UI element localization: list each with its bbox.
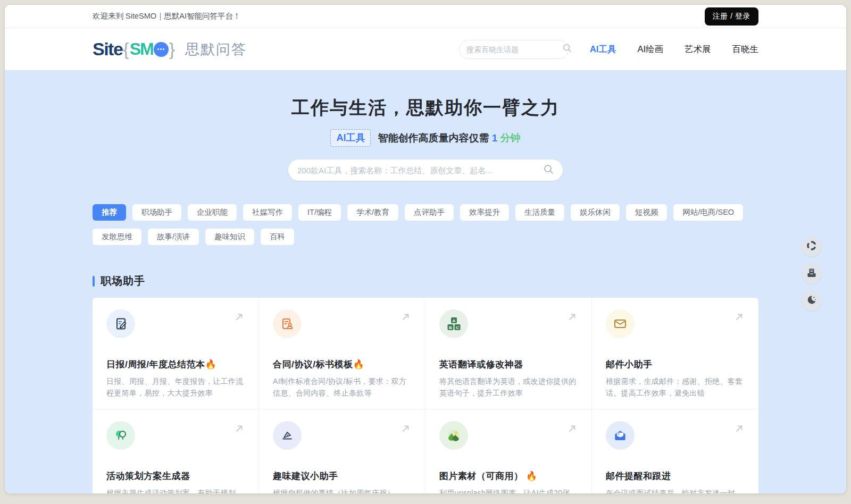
tool-search-input[interactable]	[297, 166, 544, 175]
topic-search[interactable]	[459, 40, 569, 59]
hero-section: 工作与生活，思默助你一臂之力 AI工具 智能创作高质量内容仅需 1 分钟 推荐 …	[5, 70, 846, 494]
section-header: 职场助手	[93, 274, 758, 288]
svg-text:C: C	[456, 325, 459, 330]
card-description: 根据您想做的事情（比如周年庆祝），	[273, 488, 411, 494]
tool-search-bar[interactable]	[288, 159, 563, 181]
nav-ai-tools[interactable]: AI工具	[590, 44, 616, 55]
card-description: 在会议或面试结束后，给对方发送一封	[606, 488, 745, 494]
filter-it-coding[interactable]: IT/编程	[298, 204, 341, 221]
filter-web-ecommerce-seo[interactable]: 网站/电商/SEO	[673, 204, 743, 221]
hero-title: 工作与生活，思默助你一臂之力	[5, 70, 846, 120]
header-right-group: AI工具 AI绘画 艺术展 百晓生	[459, 40, 758, 59]
moon-stars-icon	[806, 295, 817, 307]
card-title: 趣味建议小助手	[273, 470, 411, 482]
logo-brace-open: {	[123, 39, 129, 60]
card-title: 邮件小助手	[606, 358, 745, 371]
filter-review[interactable]: 点评助手	[405, 204, 454, 221]
svg-text:B: B	[449, 325, 452, 330]
subtitle-unit: 分钟	[500, 132, 521, 144]
search-icon	[563, 44, 572, 55]
ai-tools-badge[interactable]: AI工具	[330, 129, 371, 147]
open-arrow-icon[interactable]	[734, 312, 745, 324]
filter-short-video[interactable]: 短视频	[626, 204, 668, 221]
nav-baixiaosheng[interactable]: 百晓生	[732, 44, 759, 55]
filter-enterprise[interactable]: 企业职能	[188, 204, 237, 221]
tool-card-contract-template[interactable]: 合同/协议/标书模板🔥 AI制作标准合同/协议/标书，要求：双方信息、合同内容、…	[259, 298, 426, 409]
top-utility-bar: 欢迎来到 SiteSMO｜思默AI智能问答平台！ 注册 / 登录	[5, 5, 846, 28]
section-accent-bar	[93, 276, 95, 287]
card-title: 日报/周报/年度总结范本🔥	[106, 358, 245, 371]
filter-entertainment[interactable]: 娱乐休闲	[571, 204, 620, 221]
open-arrow-icon[interactable]	[401, 423, 411, 436]
filter-life-quality[interactable]: 生活质量	[515, 204, 564, 221]
tool-card-event-planner[interactable]: 活动策划方案生成器 根据主题生成活动策划案，有助于规划	[93, 409, 259, 494]
filter-academic[interactable]: 学术/教育	[347, 204, 398, 221]
search-icon[interactable]	[544, 164, 554, 177]
card-description: 根据需求，生成邮件：感谢、拒绝、客套话。提高工作效率，避免出错	[606, 376, 745, 399]
tool-card-daily-report[interactable]: 日报/周报/年度总结范本🔥 日报、周报、月报、年度报告，让工作流程更简单，易控，…	[93, 298, 259, 409]
card-description: 将其他语言翻译为英语，或改进你提供的英语句子，提升工作效率	[439, 376, 578, 399]
open-arrow-icon[interactable]	[734, 423, 745, 436]
chat-bubble-icon	[154, 42, 169, 57]
browser-window: 欢迎来到 SiteSMO｜思默AI智能问答平台！ 注册 / 登录 Site { …	[4, 4, 847, 494]
abc-blocks-icon: A B C	[439, 309, 468, 338]
card-description: 日报、周报、月报、年度报告，让工作流程更简单，易控，大大提升效率	[106, 376, 245, 399]
tool-card-fun-advice[interactable]: 趣味建议小助手 根据您想做的事情（比如周年庆祝），	[259, 409, 426, 494]
tool-card-grid: 日报/周报/年度总结范本🔥 日报、周报、月报、年度报告，让工作流程更简单，易控，…	[93, 298, 758, 494]
hero-subtitle: AI工具 智能创作高质量内容仅需 1 分钟	[5, 129, 846, 147]
subtitle-number: 1	[492, 132, 498, 144]
pen-icon	[273, 421, 302, 450]
card-title: 合同/协议/标书模板🔥	[273, 358, 411, 371]
open-arrow-icon[interactable]	[567, 423, 578, 436]
site-logo[interactable]: Site { SM } 思默问答	[93, 39, 247, 60]
card-description: AI制作标准合同/协议/标书，要求：双方信息、合同内容、终止条款等	[273, 376, 411, 399]
filter-row-1: 推荐 职场助手 企业职能 社媒写作 IT/编程 学术/教育 点评助手 效率提升 …	[93, 204, 758, 221]
tool-card-email-followup[interactable]: 邮件提醒和跟进 在会议或面试结束后，给对方发送一封	[592, 409, 758, 494]
filter-efficiency[interactable]: 效率提升	[460, 204, 509, 221]
refresh-button[interactable]	[802, 237, 822, 257]
topic-search-input[interactable]	[466, 45, 563, 54]
category-filters: 推荐 职场助手 企业职能 社媒写作 IT/编程 学术/教育 点评助手 效率提升 …	[93, 204, 758, 245]
dark-mode-button[interactable]	[802, 291, 822, 311]
balloons-icon	[106, 421, 135, 450]
card-description: 利用unsplash网络图库，让AI生成20张	[439, 488, 578, 494]
logo-site-text: Site	[93, 39, 122, 60]
open-arrow-icon[interactable]	[234, 312, 245, 324]
refresh-icon	[806, 240, 817, 254]
inbox-icon	[806, 267, 817, 280]
report-edit-icon	[106, 309, 135, 338]
logo-sm-text: SM	[130, 39, 153, 59]
welcome-text: 欢迎来到 SiteSMO｜思默AI智能问答平台！	[93, 11, 240, 21]
tool-card-image-material[interactable]: 图片素材（可商用） 🔥 利用unsplash网络图库，让AI生成20张	[426, 409, 592, 494]
contract-icon	[273, 309, 302, 338]
filter-social-writing[interactable]: 社媒写作	[243, 204, 292, 221]
tool-card-email-helper[interactable]: 邮件小助手 根据需求，生成邮件：感谢、拒绝、客套话。提高工作效率，避免出错	[592, 298, 758, 409]
filter-row-2: 发散思维 故事/演讲 趣味知识 百科	[93, 229, 758, 245]
card-title: 邮件提醒和跟进	[606, 470, 745, 482]
tool-card-english-translate[interactable]: A B C 英语翻译或修改神器 将其他语言翻译为英语，或改进你提供的英语句子，提…	[426, 298, 592, 409]
envelope-icon	[606, 309, 635, 338]
card-title: 活动策划方案生成器	[106, 470, 245, 482]
floating-action-buttons	[802, 237, 822, 311]
section-title: 职场助手	[101, 274, 145, 288]
logo-brace-close: }	[169, 39, 175, 60]
register-login-button[interactable]: 注册 / 登录	[705, 7, 758, 26]
nav-ai-painting[interactable]: AI绘画	[637, 44, 663, 55]
open-arrow-icon[interactable]	[567, 312, 578, 324]
logo-chinese-name: 思默问答	[185, 40, 247, 59]
filter-story-speech[interactable]: 故事/演讲	[148, 229, 199, 245]
card-title: 图片素材（可商用） 🔥	[439, 470, 578, 482]
filter-recommended[interactable]: 推荐	[93, 204, 126, 221]
open-arrow-icon[interactable]	[234, 423, 245, 436]
filter-divergent-thinking[interactable]: 发散思维	[93, 229, 141, 245]
open-arrow-icon[interactable]	[401, 312, 411, 324]
nav-art-exhibition[interactable]: 艺术展	[685, 44, 711, 55]
filter-workplace[interactable]: 职场助手	[132, 204, 181, 221]
filter-encyclopedia[interactable]: 百科	[261, 229, 294, 245]
card-description: 根据主题生成活动策划案，有助于规划	[106, 488, 245, 494]
svg-text:A: A	[453, 318, 456, 323]
card-title: 英语翻译或修改神器	[439, 358, 578, 371]
inbox-button[interactable]	[802, 264, 822, 284]
landscape-image-icon	[439, 421, 468, 450]
filter-fun-knowledge[interactable]: 趣味知识	[205, 229, 254, 245]
